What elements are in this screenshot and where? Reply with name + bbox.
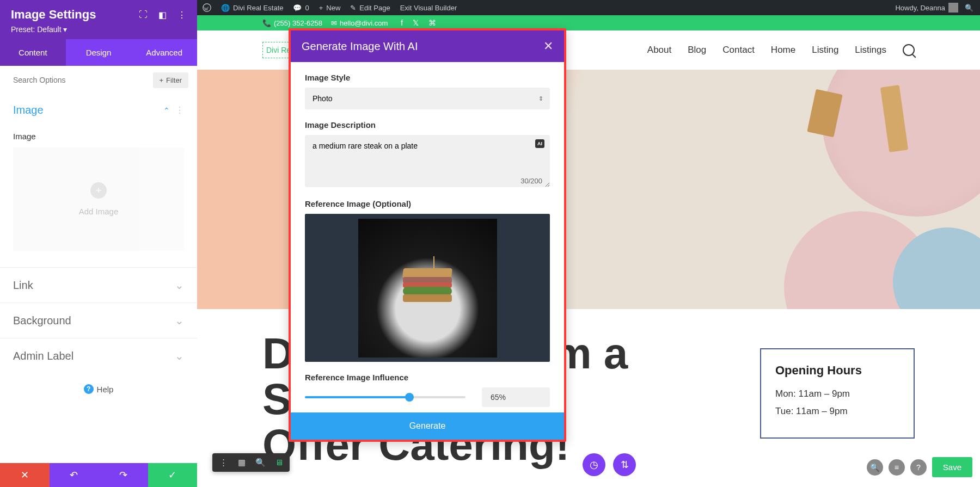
filter-button[interactable]: +Filter (153, 72, 188, 88)
image-style-label: Image Style (305, 73, 550, 82)
save-button[interactable]: Save (932, 457, 972, 477)
nav-listing[interactable]: Listing (812, 45, 838, 56)
action-circles: ◷ ⇅ (583, 453, 636, 476)
reference-image-label: Reference Image (Optional) (305, 199, 550, 208)
hours-row: Mon: 11am – 9pm (775, 389, 899, 399)
phone-icon: 📞 (262, 19, 271, 27)
influence-value[interactable]: 65% (482, 387, 550, 407)
chevron-down-icon: ⌄ (175, 279, 184, 292)
new-link[interactable]: +New (319, 4, 341, 12)
wp-logo-icon[interactable] (203, 3, 211, 12)
add-icon: + (90, 182, 107, 199)
email-contact[interactable]: ✉hello@divi.com (331, 19, 388, 27)
confirm-button[interactable]: ✓ (148, 463, 198, 487)
zoom-icon[interactable]: 🔍 (255, 458, 266, 467)
tab-design[interactable]: Design (66, 39, 132, 66)
builder-toolbar: ⋮ ▦ 🔍 🖥 (212, 453, 290, 472)
pencil-icon: ✎ (350, 4, 356, 12)
help-icon: ? (84, 384, 94, 394)
history-icon[interactable]: ◷ (583, 453, 605, 476)
reference-image-preview[interactable] (305, 214, 550, 362)
layers-icon[interactable]: ≡ (889, 459, 905, 476)
nav-home[interactable]: Home (771, 45, 795, 56)
influence-slider[interactable] (305, 396, 465, 398)
image-style-select[interactable]: Photo (305, 88, 550, 109)
tab-advanced[interactable]: Advanced (131, 39, 197, 66)
hours-row: Tue: 11am – 9pm (775, 406, 899, 417)
section-more-icon[interactable]: ⋮ (175, 105, 184, 115)
phone-contact[interactable]: 📞(255) 352-6258 (262, 19, 322, 27)
nav-about[interactable]: About (647, 45, 671, 56)
dock-icon[interactable]: ◧ (158, 10, 167, 20)
wp-admin-bar: 🌐Divi Real Estate 💬0 +New ✎Edit Page Exi… (197, 0, 980, 15)
image-dropzone[interactable]: + Add Image (13, 147, 184, 251)
search-icon[interactable]: 🔍 (965, 4, 973, 12)
find-icon[interactable]: 🔍 (867, 459, 883, 476)
generate-button[interactable]: Generate (291, 412, 564, 440)
comment-icon: 💬 (293, 4, 302, 12)
undo-button[interactable]: ↶ (50, 463, 99, 487)
ai-modal-title: Generate Image With AI (302, 40, 543, 53)
tab-content[interactable]: Content (0, 39, 66, 66)
ai-badge-icon[interactable]: AI (535, 139, 544, 148)
plus-icon: + (160, 76, 164, 84)
plus-icon: + (319, 4, 323, 12)
help-link[interactable]: ?Help (0, 373, 197, 405)
comments-link[interactable]: 💬0 (293, 4, 309, 12)
opening-hours-card: Opening Hours Mon: 11am – 9pm Tue: 11am … (760, 348, 915, 439)
nav-search-icon[interactable] (903, 44, 915, 56)
wireframe-icon[interactable]: ▦ (236, 458, 247, 467)
add-image-label: Add Image (79, 207, 119, 216)
x-icon[interactable]: 𝕏 (413, 19, 419, 27)
facebook-icon[interactable]: f (401, 19, 403, 27)
globe-icon: 🌐 (221, 4, 230, 12)
section-image-toggle[interactable]: Image ⌃ ⋮ (13, 94, 184, 126)
influence-label: Reference Image Influence (305, 373, 550, 382)
section-admin-label[interactable]: Admin Label⌄ (0, 338, 197, 373)
search-options-input[interactable] (9, 71, 148, 89)
discard-button[interactable]: ✕ (0, 463, 50, 487)
exit-visual-builder-link[interactable]: Exit Visual Builder (400, 4, 457, 12)
chevron-down-icon: ⌄ (175, 349, 184, 362)
desktop-icon[interactable]: 🖥 (273, 458, 284, 467)
chevron-down-icon: ⌄ (175, 314, 184, 327)
settings-panel: Image Settings ⛶ ◧ ⋮ Preset: Default ▾ C… (0, 0, 197, 487)
section-link[interactable]: Link⌄ (0, 267, 197, 303)
char-count: 30/200 (520, 177, 542, 185)
preset-selector[interactable]: Preset: Default ▾ (11, 25, 186, 34)
nav-blog[interactable]: Blog (688, 45, 706, 56)
site-name-link[interactable]: 🌐Divi Real Estate (221, 4, 283, 12)
email-icon: ✉ (331, 19, 337, 27)
nav-contact[interactable]: Contact (722, 45, 755, 56)
more-icon[interactable]: ⋮ (177, 10, 186, 20)
nav-listings[interactable]: Listings (855, 45, 886, 56)
hours-title: Opening Hours (775, 363, 899, 378)
avatar (948, 3, 958, 13)
slider-thumb[interactable] (405, 393, 414, 402)
ai-modal: Generate Image With AI ✕ Image Style Pho… (289, 28, 566, 442)
image-description-label: Image Description (305, 120, 550, 130)
settings-title: Image Settings (11, 8, 139, 22)
redo-button[interactable]: ↷ (99, 463, 148, 487)
howdy-user[interactable]: Howdy, Deanna (895, 3, 958, 13)
image-field-label: Image (13, 132, 184, 141)
edit-page-link[interactable]: ✎Edit Page (350, 4, 390, 12)
toolbar-more-icon[interactable]: ⋮ (218, 458, 229, 467)
expand-icon[interactable]: ⛶ (139, 10, 148, 20)
section-background[interactable]: Background⌄ (0, 303, 197, 338)
rss-icon[interactable]: ⌘ (428, 19, 436, 27)
help-icon[interactable]: ? (910, 459, 927, 476)
sort-icon[interactable]: ⇅ (613, 453, 636, 476)
chevron-up-icon: ⌃ (163, 106, 170, 115)
page-save-bar: 🔍 ≡ ? Save (867, 457, 972, 477)
close-icon[interactable]: ✕ (543, 39, 553, 53)
image-description-textarea[interactable]: a medium rare steak on a plate (305, 135, 550, 187)
